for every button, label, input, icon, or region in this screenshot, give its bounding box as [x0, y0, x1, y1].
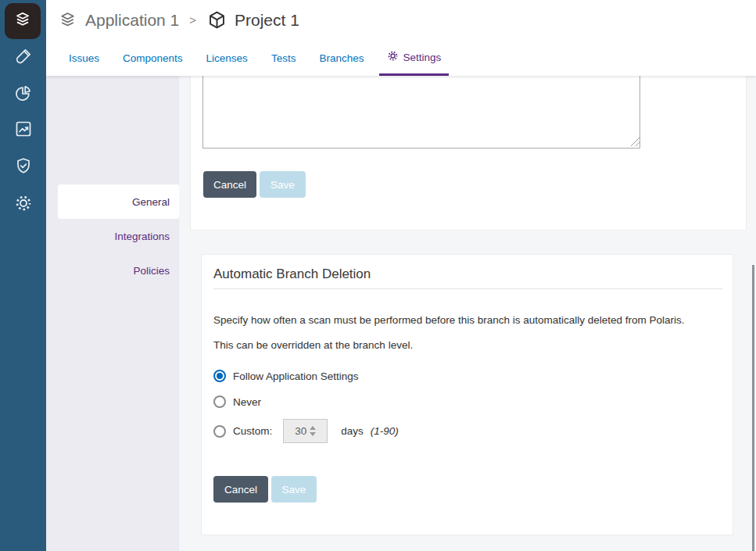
stepper-arrows-icon[interactable]	[310, 426, 316, 436]
branch-deletion-card: Automatic Branch Deletion Specify how of…	[201, 254, 733, 535]
test-tube-icon	[14, 47, 33, 69]
radio-row-never: Never	[213, 395, 261, 408]
custom-days-unit: days	[341, 425, 364, 437]
project-tabs: Issues Components Licenses Tests Branche…	[69, 50, 441, 76]
branch-deletion-save-button[interactable]: Save	[271, 476, 317, 503]
radio-follow-application[interactable]	[213, 370, 226, 382]
sidebar-item-trends[interactable]	[0, 121, 46, 140]
card-description-line2: This can be overridden at the branch lev…	[213, 339, 413, 351]
tab-issues[interactable]: Issues	[69, 52, 99, 76]
radio-label[interactable]: Never	[233, 396, 261, 408]
line-chart-icon	[14, 120, 33, 141]
radio-row-follow-application: Follow Application Settings	[213, 370, 359, 382]
page-header: Application 1 > Project 1 Issues Compone…	[46, 0, 756, 76]
app-window: Application 1 > Project 1 Issues Compone…	[0, 0, 756, 551]
card-description-line1: Specify how often a scan must be perform…	[213, 314, 685, 326]
radio-label[interactable]: Custom:	[233, 425, 272, 437]
breadcrumb-project[interactable]: Project 1	[235, 11, 299, 30]
subnav-item-general[interactable]: General	[58, 184, 179, 219]
pie-chart-icon	[14, 84, 33, 106]
tab-tests[interactable]: Tests	[271, 52, 296, 76]
layers-icon	[57, 9, 78, 30]
sidebar-item-policies[interactable]	[0, 158, 46, 177]
custom-days-stepper[interactable]: 30	[283, 419, 328, 443]
description-save-button[interactable]: Save	[260, 171, 306, 198]
divider	[213, 288, 722, 289]
description-card: Cancel Save	[190, 76, 747, 231]
tab-branches[interactable]: Branches	[319, 52, 364, 76]
custom-days-range: (1-90)	[371, 425, 399, 437]
app-logo[interactable]	[5, 3, 41, 39]
tab-settings[interactable]: Settings	[379, 50, 449, 76]
radio-row-custom: Custom: 30 days (1-90)	[213, 419, 399, 443]
subnav-item-integrations[interactable]: Integrations	[46, 219, 179, 253]
description-cancel-button[interactable]: Cancel	[203, 171, 256, 198]
card-title: Automatic Branch Deletion	[213, 267, 371, 282]
tab-settings-label: Settings	[403, 52, 441, 63]
tab-licenses[interactable]: Licenses	[206, 52, 248, 76]
breadcrumb: Application 1 > Project 1	[57, 9, 299, 30]
radio-never[interactable]	[213, 395, 226, 408]
sidebar-item-settings[interactable]	[0, 195, 46, 214]
subnav-item-policies[interactable]: Policies	[46, 253, 179, 288]
gear-icon	[14, 194, 33, 216]
layers-icon	[13, 9, 33, 33]
cube-icon	[206, 9, 228, 30]
tab-components[interactable]: Components	[123, 52, 183, 76]
sidebar-item-reports[interactable]	[0, 85, 46, 104]
vertical-scrollbar[interactable]	[752, 265, 754, 551]
settings-subnav: General Integrations Policies	[46, 76, 179, 551]
radio-custom[interactable]	[213, 425, 226, 438]
chevron-up-icon[interactable]	[310, 426, 316, 430]
breadcrumb-application[interactable]: Application 1	[85, 11, 179, 30]
sidebar-item-tests[interactable]	[0, 48, 46, 67]
breadcrumb-separator: >	[186, 13, 199, 27]
branch-deletion-cancel-button[interactable]: Cancel	[213, 476, 268, 503]
shield-check-icon	[14, 156, 33, 178]
primary-sidebar	[0, 0, 46, 551]
custom-days-value: 30	[295, 425, 306, 437]
gear-icon	[387, 50, 399, 64]
description-textarea[interactable]	[202, 76, 640, 148]
chevron-down-icon[interactable]	[310, 432, 316, 436]
radio-label[interactable]: Follow Application Settings	[233, 370, 359, 382]
